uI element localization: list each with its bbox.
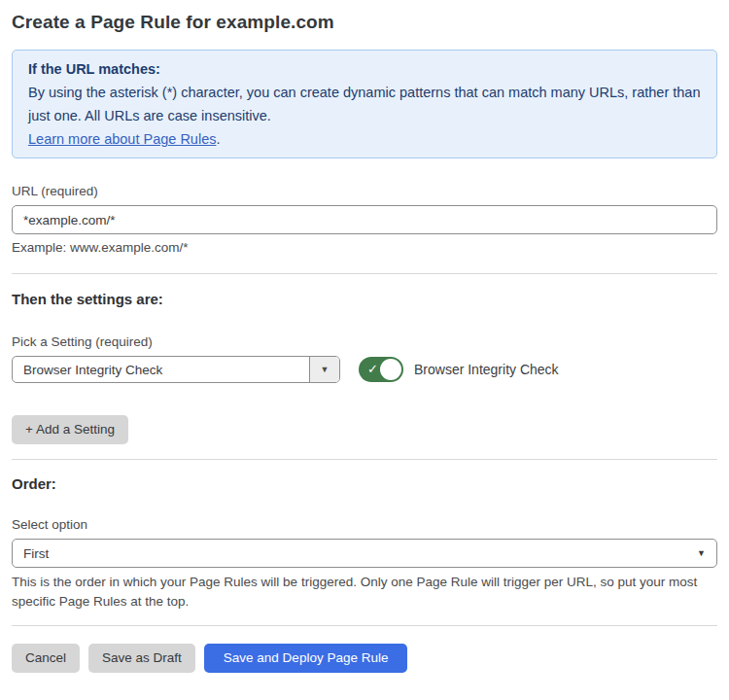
setting-dropdown[interactable]: Browser Integrity Check ▼ (12, 356, 340, 383)
url-match-info-box: If the URL matches: By using the asteris… (12, 50, 717, 158)
settings-section-heading: Then the settings are: (12, 291, 717, 307)
divider-before-footer (12, 625, 717, 626)
setting-dropdown-value: Browser Integrity Check (13, 357, 309, 382)
order-section-heading: Order: (12, 475, 717, 492)
url-field-label: URL (required) (12, 185, 717, 198)
toggle-label: Browser Integrity Check (414, 362, 559, 377)
divider-after-url (12, 273, 717, 274)
cancel-button[interactable]: Cancel (12, 644, 80, 673)
url-input[interactable] (12, 205, 717, 234)
browser-integrity-check-toggle[interactable]: ✓ (359, 357, 403, 382)
order-help-text: This is the order in which your Page Rul… (12, 573, 713, 611)
setting-row: Browser Integrity Check ▼ ✓ Browser Inte… (12, 356, 717, 383)
check-icon: ✓ (367, 363, 378, 375)
toggle-group: ✓ Browser Integrity Check (359, 357, 559, 382)
page-title: Create a Page Rule for example.com (12, 12, 717, 33)
order-select-label: Select option (12, 518, 717, 532)
footer-buttons: Cancel Save as Draft Save and Deploy Pag… (12, 644, 717, 673)
order-select[interactable]: First ▼ (12, 539, 717, 568)
chevron-down-icon: ▼ (697, 548, 706, 558)
order-select-value: First (23, 546, 49, 561)
info-box-body: By using the asterisk (*) character, you… (28, 81, 701, 127)
setting-dropdown-arrow-button[interactable]: ▼ (309, 357, 339, 382)
divider-after-settings (12, 459, 717, 460)
learn-more-link[interactable]: Learn more about Page Rules (28, 131, 216, 147)
chevron-down-icon: ▼ (321, 365, 330, 374)
pick-setting-label: Pick a Setting (required) (12, 335, 717, 349)
save-as-draft-button[interactable]: Save as Draft (88, 644, 195, 673)
link-suffix: . (216, 131, 220, 147)
save-and-deploy-button[interactable]: Save and Deploy Page Rule (204, 644, 408, 673)
info-box-heading: If the URL matches: (28, 57, 701, 81)
info-box-link-line: Learn more about Page Rules. (28, 127, 701, 151)
create-page-rule-form: Create a Page Rule for example.com If th… (0, 0, 729, 673)
toggle-knob (380, 359, 401, 380)
add-setting-button[interactable]: + Add a Setting (12, 415, 128, 444)
url-field-hint: Example: www.example.com/* (12, 240, 717, 255)
